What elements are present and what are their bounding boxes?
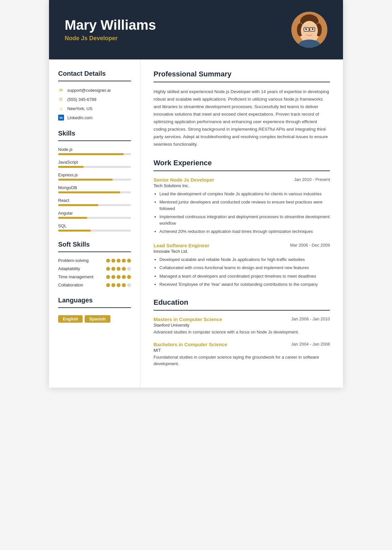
header-left: Mary Williams Node Js Developer xyxy=(65,18,156,41)
edu-description: Advanced studies in computer science wit… xyxy=(154,329,330,335)
skill-bar-bg xyxy=(58,179,131,181)
education-item: Masters in Computer Science Jan 2008 - J… xyxy=(154,316,330,335)
summary-title: Professional Summary xyxy=(154,70,330,78)
language-badge: English xyxy=(58,315,83,323)
skill-name: Node.js xyxy=(58,147,131,152)
summary-text: Highly skilled and experienced Node.js D… xyxy=(154,88,330,148)
skill-bar-fill xyxy=(58,153,124,155)
soft-skill-dot xyxy=(127,275,131,279)
skill-item: Angular xyxy=(58,211,131,219)
skills-divider xyxy=(58,140,131,141)
skill-bar-fill xyxy=(58,179,113,181)
soft-skill-name: Time management xyxy=(58,274,93,279)
work-bullet: Collaborated with cross-functional teams… xyxy=(159,265,330,271)
language-badge: Spanish xyxy=(85,315,110,323)
work-list: Senior Node Js Developer Jan 2010 - Pres… xyxy=(154,177,330,288)
work-bullets: Lead the development of complex Node Js … xyxy=(154,191,330,235)
edu-header: Masters in Computer Science Jan 2008 - J… xyxy=(154,316,330,322)
soft-skill-item: Problem-solving xyxy=(58,258,131,263)
contact-linkedin: in LinkedIn.com xyxy=(58,115,131,121)
skill-name: Express.js xyxy=(58,172,131,177)
work-bullets: Developed scalable and reliable Node Js … xyxy=(154,256,330,288)
edu-date: Jan 2004 - Jan 2008 xyxy=(291,342,330,347)
skills-title: Skills xyxy=(58,130,131,137)
soft-skills-list: Problem-solving Adaptability Time manage… xyxy=(58,258,131,287)
soft-skill-dots xyxy=(106,267,131,271)
soft-skill-dot xyxy=(122,267,126,271)
edu-description: Foundational studies in computer science… xyxy=(154,354,330,367)
skill-item: React xyxy=(58,198,131,206)
skills-section: Skills Node.js JavaScript Express.js Mon… xyxy=(58,130,131,232)
candidate-title: Node Js Developer xyxy=(65,35,156,42)
soft-skill-dot xyxy=(127,259,131,263)
languages-divider xyxy=(58,307,131,308)
work-experience-section: Work Experience Senior Node Js Developer… xyxy=(154,159,330,288)
education-list: Masters in Computer Science Jan 2008 - J… xyxy=(154,316,330,367)
contact-title: Contact Details xyxy=(58,70,131,77)
soft-skill-dot xyxy=(122,283,126,287)
edu-school: MIT xyxy=(154,348,330,353)
soft-skill-item: Adaptability xyxy=(58,266,131,271)
skill-bar-bg xyxy=(58,166,131,168)
candidate-name: Mary Williams xyxy=(65,18,156,33)
skill-bar-fill xyxy=(58,204,98,206)
summary-divider xyxy=(154,82,330,82)
left-column: Contact Details ✉ support@cvdesigner.ai … xyxy=(49,59,140,388)
soft-skills-title: Soft Skills xyxy=(58,241,131,248)
education-title: Education xyxy=(154,298,330,307)
work-bullet: Received 'Employee of the Year' award fo… xyxy=(159,281,330,288)
work-bullet: Implemented continuous integration and d… xyxy=(159,214,330,226)
skill-bar-bg xyxy=(58,217,131,219)
header-section: Mary Williams Node Js Developer xyxy=(49,0,343,59)
work-bullet: Managed a team of developers and coordin… xyxy=(159,273,330,280)
work-bullet: Lead the development of complex Node Js … xyxy=(159,191,330,197)
soft-skill-dot xyxy=(106,267,110,271)
work-bullet: Mentored junior developers and conducted… xyxy=(159,199,330,212)
skill-bar-fill xyxy=(58,191,120,193)
skill-name: MongoDB xyxy=(58,185,131,190)
right-column: Professional Summary Highly skilled and … xyxy=(140,59,343,388)
soft-skill-dot xyxy=(117,267,121,271)
contact-email-text: support@cvdesigner.ai xyxy=(67,88,110,93)
svg-point-10 xyxy=(312,28,314,30)
soft-skill-item: Collaboration xyxy=(58,283,131,287)
skill-bar-bg xyxy=(58,153,131,155)
soft-skill-dot xyxy=(117,275,121,279)
svg-point-6 xyxy=(301,21,318,40)
edu-school: Stanford University xyxy=(154,323,330,328)
soft-skill-name: Problem-solving xyxy=(58,258,89,263)
soft-skill-dot xyxy=(117,283,121,287)
summary-section: Professional Summary Highly skilled and … xyxy=(154,70,330,148)
soft-skill-dot xyxy=(111,275,115,279)
contact-divider xyxy=(58,81,131,81)
soft-skill-name: Adaptability xyxy=(58,266,80,271)
work-header: Lead Software Engineer Mar 2006 - Dec 20… xyxy=(154,243,330,248)
soft-skill-dot xyxy=(127,283,131,287)
soft-skill-dots xyxy=(106,259,131,263)
work-job-title: Senior Node Js Developer xyxy=(154,177,214,183)
skill-name: SQL xyxy=(58,223,131,228)
skill-bar-fill xyxy=(58,166,84,168)
work-title: Work Experience xyxy=(154,159,330,167)
soft-skill-name: Collaboration xyxy=(58,283,83,287)
contact-location: ⌂ NewYork, US xyxy=(58,105,131,111)
svg-point-9 xyxy=(305,28,307,30)
work-header: Senior Node Js Developer Jan 2010 - Pres… xyxy=(154,177,330,183)
skill-bar-fill xyxy=(58,230,91,232)
skill-name: JavaScript xyxy=(58,160,131,165)
contact-linkedin-text: LinkedIn.com xyxy=(67,115,92,120)
skill-name: Angular xyxy=(58,211,131,216)
soft-skill-dot xyxy=(106,259,110,263)
soft-skill-dots xyxy=(106,275,131,279)
soft-skill-dot xyxy=(106,283,110,287)
location-icon: ⌂ xyxy=(58,105,64,111)
soft-skill-dot xyxy=(117,259,121,263)
soft-skill-dots xyxy=(106,283,131,287)
work-bullet: Developed scalable and reliable Node Js … xyxy=(159,256,330,263)
work-bullet: Achieved 20% reduction in application lo… xyxy=(159,228,330,235)
edu-date: Jan 2008 - Jan 2010 xyxy=(291,316,330,321)
header-right xyxy=(291,12,327,48)
soft-skills-divider xyxy=(58,251,131,252)
phone-icon: ✆ xyxy=(58,96,64,102)
soft-skill-dot xyxy=(111,283,115,287)
